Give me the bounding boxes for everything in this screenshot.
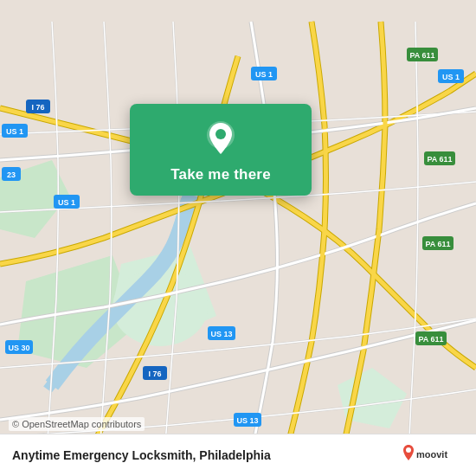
map-copyright: © OpenStreetMap contributors (9, 417, 145, 431)
moovit-logo-svg: moovit (402, 443, 464, 467)
svg-point-37 (215, 129, 226, 139)
svg-text:PA 611: PA 611 (425, 240, 450, 248)
bottom-bar: Anytime Emergency Locksmith, Philadelphi… (0, 434, 476, 476)
svg-text:I 76: I 76 (148, 370, 161, 378)
business-name: Anytime Emergency Locksmith, Philadelphi… (12, 448, 271, 462)
map-container: I 76 US 1 US 1 US 1 PA 611 US 1 PA 611 P… (0, 0, 476, 476)
svg-text:US 13: US 13 (210, 330, 232, 338)
map-svg: I 76 US 1 US 1 US 1 PA 611 US 1 PA 611 P… (0, 0, 476, 476)
business-name-text: Anytime Emergency Locksmith (12, 448, 193, 462)
business-info: Anytime Emergency Locksmith, Philadelphi… (12, 448, 271, 462)
svg-point-38 (406, 447, 411, 453)
svg-text:US 1: US 1 (6, 127, 23, 136)
svg-rect-0 (0, 22, 476, 454)
svg-text:moovit: moovit (416, 449, 447, 460)
svg-text:US 13: US 13 (236, 416, 258, 425)
svg-text:US 1: US 1 (442, 73, 460, 81)
svg-text:PA 611: PA 611 (418, 335, 443, 344)
moovit-logo: moovit (402, 443, 464, 467)
svg-text:PA 611: PA 611 (427, 155, 452, 164)
svg-text:I 76: I 76 (31, 103, 44, 112)
popup-take-me-there-label: Take me there (170, 166, 271, 183)
svg-text:US 30: US 30 (8, 344, 29, 352)
svg-text:US 1: US 1 (58, 198, 75, 207)
svg-text:PA 611: PA 611 (409, 51, 434, 60)
svg-text:23: 23 (7, 170, 16, 179)
popup-card[interactable]: Take me there (130, 104, 312, 196)
location-pin-icon (202, 119, 240, 158)
business-city-text: Philadelphia (199, 448, 270, 462)
svg-text:US 1: US 1 (255, 70, 273, 79)
